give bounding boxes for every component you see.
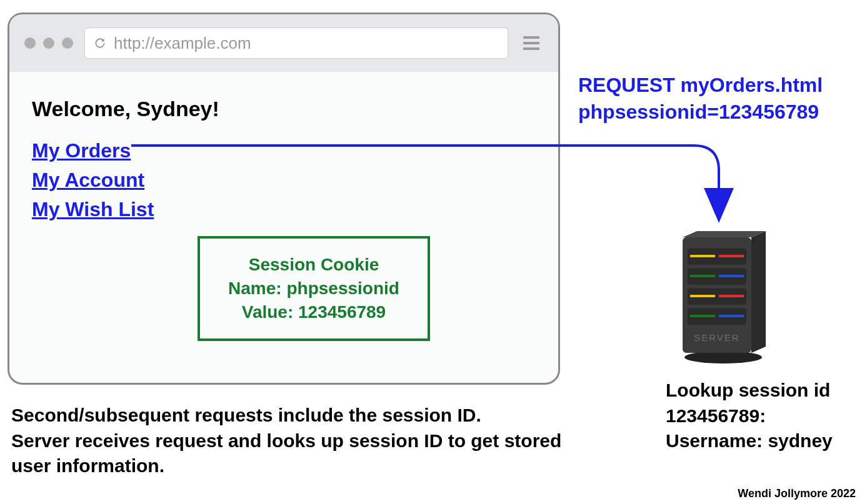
explain-line1: Second/subsequent requests include the s… — [11, 403, 586, 428]
lookup-line1: Lookup session id — [666, 378, 859, 403]
browser-toolbar: http://example.com — [9, 14, 558, 72]
svg-marker-2 — [751, 231, 766, 353]
request-line2: phpsessionid=123456789 — [578, 99, 823, 126]
explain-line2: Server receives request and looks up ses… — [11, 428, 586, 479]
request-label: REQUEST myOrders.html phpsessionid=12345… — [578, 72, 823, 126]
svg-marker-3 — [683, 231, 766, 237]
cookie-name: Name: phpsessionid — [228, 277, 399, 300]
svg-rect-10 — [690, 275, 715, 277]
session-cookie-box: Session Cookie Name: phpsessionid Value:… — [198, 236, 430, 341]
reload-icon[interactable] — [94, 37, 106, 49]
explanation-text: Second/subsequent requests include the s… — [11, 403, 586, 479]
address-bar[interactable]: http://example.com — [84, 27, 508, 59]
url-text: http://example.com — [114, 34, 251, 53]
cookie-value: Value: 123456789 — [242, 300, 386, 324]
author-credit: Wendi Jollymore 2022 — [738, 487, 856, 500]
svg-rect-12 — [690, 295, 715, 297]
svg-rect-8 — [690, 255, 715, 257]
welcome-heading: Welcome, Sydney! — [32, 97, 536, 121]
page-content: Welcome, Sydney! My Orders My Account My… — [9, 72, 558, 242]
window-traffic-lights — [24, 37, 73, 49]
minimize-icon[interactable] — [43, 37, 54, 49]
link-my-account[interactable]: My Account — [32, 167, 144, 194]
svg-rect-9 — [719, 255, 744, 257]
lookup-line3: Username: sydney — [666, 428, 859, 454]
svg-rect-15 — [719, 315, 744, 317]
svg-rect-11 — [719, 275, 744, 277]
server-icon: SERVER — [675, 225, 772, 368]
link-my-orders[interactable]: My Orders — [32, 137, 131, 164]
close-icon[interactable] — [24, 37, 36, 49]
request-line1: REQUEST myOrders.html — [578, 72, 823, 99]
menu-icon[interactable] — [519, 36, 543, 50]
nav-links: My Orders My Account My Wish List — [32, 136, 536, 225]
link-my-wishlist[interactable]: My Wish List — [32, 196, 154, 223]
maximize-icon[interactable] — [62, 37, 73, 49]
svg-rect-13 — [719, 295, 744, 297]
svg-rect-14 — [690, 315, 715, 317]
svg-text:SERVER: SERVER — [694, 332, 739, 343]
cookie-title: Session Cookie — [249, 253, 379, 277]
server-lookup-text: Lookup session id 123456789: Username: s… — [666, 378, 859, 454]
lookup-line2: 123456789: — [666, 403, 859, 429]
